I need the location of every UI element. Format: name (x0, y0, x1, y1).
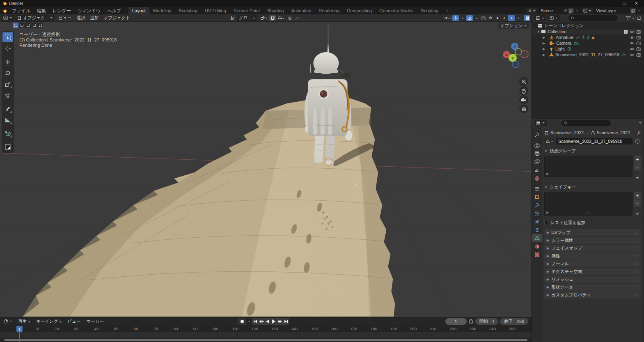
minimize-button[interactable]: – (611, 0, 614, 7)
tab-modeling[interactable]: Modeling (149, 7, 175, 14)
tab-texture[interactable] (532, 250, 542, 259)
outliner-row-scene-collection[interactable]: シーンコレクション (532, 23, 644, 29)
tab-scripting[interactable]: Scripting (417, 7, 442, 14)
outliner-editor-type-button[interactable] (534, 15, 546, 21)
tool-scale[interactable] (2, 79, 13, 89)
tab-material[interactable] (532, 242, 542, 250)
timeline-menu-playback[interactable]: 再生 (16, 319, 33, 324)
select-mode-invert[interactable] (31, 23, 37, 28)
hide-eye-icon[interactable] (629, 30, 635, 34)
timeline-menu-keying[interactable]: キーイング (34, 319, 64, 324)
menu-render[interactable]: レンダー (49, 7, 74, 14)
viewport-menu-add[interactable]: 追加 (87, 15, 101, 21)
outliner-row-light[interactable]: ▶ Light (532, 46, 644, 52)
hide-eye-icon[interactable] (629, 41, 635, 45)
timeline-editor-type-button[interactable] (2, 319, 14, 324)
pivot-point-dropdown[interactable] (260, 15, 268, 21)
menu-file[interactable]: ファイル (9, 7, 34, 14)
new-viewlayer-button[interactable] (630, 8, 636, 14)
select-mode-intersect[interactable] (37, 23, 43, 28)
outliner-row-armature[interactable]: ▶ Armature (532, 34, 644, 40)
current-frame-field[interactable]: 1 (445, 318, 467, 325)
proportional-falloff-dropdown[interactable]: ∧ (294, 15, 301, 21)
tab-object[interactable] (532, 193, 542, 201)
pan-button[interactable] (519, 86, 528, 95)
tool-cursor[interactable] (2, 43, 13, 53)
tab-scene[interactable] (532, 166, 542, 174)
object-type-visibility-dropdown[interactable] (443, 15, 452, 21)
shape-key-add-button[interactable]: + (634, 192, 641, 199)
select-mode-set[interactable] (13, 23, 18, 28)
properties-search-input[interactable] (561, 120, 611, 126)
tool-measure[interactable] (2, 115, 13, 125)
mesh-name-field[interactable]: Scaniverse_2022_11_27_095918 (556, 138, 633, 145)
viewlayer-name[interactable]: ViewLayer (593, 8, 630, 13)
collection-checkbox[interactable]: ✓ (624, 30, 628, 34)
tab-modifiers[interactable] (532, 201, 542, 209)
tab-constraints[interactable] (532, 226, 542, 234)
pause-render-button[interactable] (524, 15, 530, 21)
gizmo-dropdown[interactable] (459, 15, 466, 21)
options-dropdown[interactable]: オプション (498, 23, 529, 29)
add-workspace-button[interactable]: + (442, 7, 452, 14)
tab-rendering[interactable]: Rendering (315, 7, 343, 14)
outliner-row-scaniverse[interactable]: ▶ Scaniverse_2022_11_27_095918 (532, 52, 644, 57)
vertex-groups-list[interactable]: ▶:::: (544, 156, 633, 177)
menu-window[interactable]: ウィンドウ (74, 7, 104, 14)
panel-color-attributes[interactable]: ▶カラー属性:::: (544, 237, 641, 244)
camera-view-button[interactable] (519, 95, 528, 104)
outliner-row-camera[interactable]: ▶ Camera (532, 40, 644, 46)
tab-world[interactable] (532, 174, 542, 182)
tab-compositing[interactable]: Compositing (343, 7, 376, 14)
scene-browse-button[interactable] (526, 8, 537, 14)
rest-position-checkbox[interactable] (544, 221, 548, 225)
shape-keys-list[interactable]: ▶:::: (544, 192, 633, 216)
tab-particles[interactable] (532, 209, 542, 218)
hide-eye-icon[interactable] (629, 47, 635, 51)
mode-selector[interactable]: オブジェク... (15, 15, 55, 21)
jump-to-start-button[interactable] (252, 318, 258, 325)
shape-key-remove-button[interactable]: − (634, 200, 641, 207)
tab-uv-editing[interactable]: UV Editing (201, 7, 230, 14)
panel-texture-space[interactable]: ▶テクスチャ空間:::: (544, 268, 641, 275)
select-mode-extend[interactable] (19, 23, 25, 28)
tab-sculpting[interactable]: Sculpting (175, 7, 201, 14)
blender-logo-icon[interactable] (2, 9, 7, 13)
render-visibility-icon[interactable] (636, 47, 641, 51)
panel-geometry-data[interactable]: ▶形状データ:::: (544, 284, 641, 291)
tab-collection[interactable] (532, 185, 542, 193)
proportional-editing-toggle[interactable]: ◎ (286, 15, 293, 21)
tab-geometry-nodes[interactable]: Geometry Nodes (376, 7, 417, 14)
render-visibility-icon[interactable] (636, 41, 641, 45)
show-overlays-toggle[interactable] (466, 15, 473, 21)
panel-remesh[interactable]: ▶リメッシュ:::: (544, 276, 641, 283)
outliner-row-collection[interactable]: ▼ Collection ✓ (532, 29, 644, 34)
shape-key-specials-button[interactable] (634, 211, 641, 218)
tool-move[interactable] (2, 57, 13, 67)
render-visibility-icon[interactable] (636, 35, 641, 39)
new-scene-button[interactable] (568, 8, 574, 14)
panel-custom-properties[interactable]: ▶カスタムプロパティ:::: (544, 292, 641, 298)
tool-rotate[interactable] (2, 68, 13, 78)
remove-viewlayer-button[interactable]: ✕ (636, 8, 642, 14)
playhead[interactable]: 1 (16, 326, 23, 332)
delete-scene-button[interactable]: ✕ (574, 8, 580, 14)
select-mode-subtract[interactable] (25, 23, 31, 28)
shading-dropdown[interactable] (515, 15, 522, 21)
3d-viewport[interactable]: オプション (0, 22, 532, 317)
navigation-gizmo[interactable]: Z X Y (500, 33, 529, 72)
outliner-display-mode-button[interactable] (548, 15, 560, 21)
tab-physics[interactable] (532, 218, 542, 226)
new-collection-button[interactable] (636, 15, 642, 21)
next-keyframe-button[interactable] (277, 318, 283, 325)
auto-keying-button[interactable] (238, 318, 246, 325)
xray-toggle[interactable] (480, 15, 487, 21)
hide-eye-icon[interactable] (629, 53, 635, 57)
tool-select-box[interactable] (2, 32, 13, 42)
stopwatch-icon[interactable] (468, 319, 474, 324)
tab-output[interactable] (532, 149, 542, 158)
tool-extra[interactable] (2, 142, 13, 152)
overlays-dropdown[interactable] (473, 15, 480, 21)
panel-uv-maps[interactable]: ▶UVマップ:::: (544, 229, 641, 236)
maximize-button[interactable]: □ (623, 0, 626, 7)
